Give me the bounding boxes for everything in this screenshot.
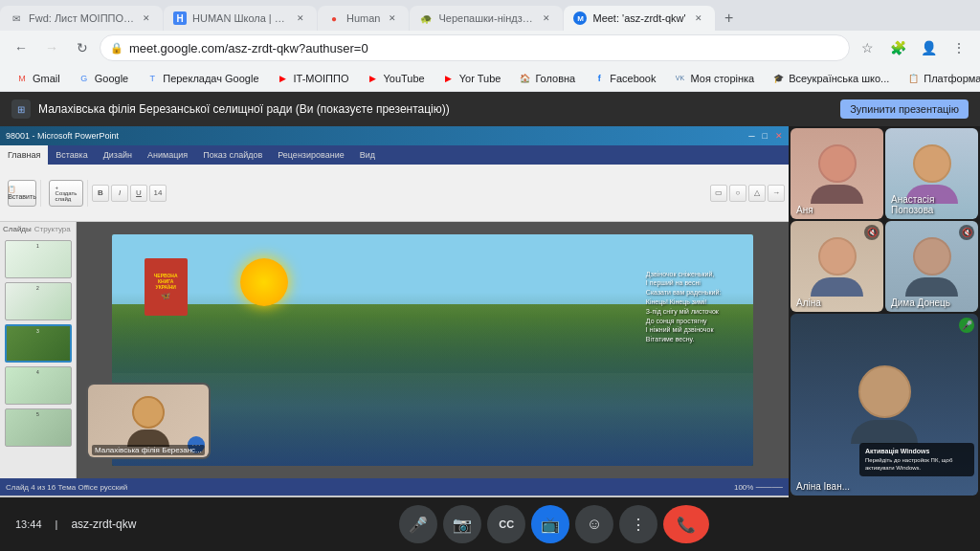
- reload-button[interactable]: ↻: [69, 34, 96, 61]
- bookmark-label-youtube: YouTube: [384, 73, 425, 84]
- italic-btn[interactable]: I: [111, 185, 128, 202]
- address-text: meet.google.com/asz-zrdt-qkw?authuser=0: [129, 41, 368, 55]
- underline-btn[interactable]: U: [130, 185, 147, 202]
- bold-btn[interactable]: B: [92, 185, 109, 202]
- pp-tab-home[interactable]: Главная: [0, 145, 48, 165]
- bookmark-google[interactable]: G Google: [70, 68, 136, 89]
- profile-button[interactable]: 👤: [915, 34, 942, 61]
- paste-btn[interactable]: 📋Вставить: [8, 180, 36, 207]
- pp-tab-review[interactable]: Рецензирование: [270, 145, 352, 165]
- camera-button[interactable]: 📷: [443, 505, 481, 543]
- activation-message: Перейдіть до настройок ПК, щоб активуват…: [865, 457, 969, 473]
- reactions-button[interactable]: ☺: [575, 505, 613, 543]
- bookmark-favicon-mypage: VK: [673, 72, 686, 85]
- present-button[interactable]: 📺: [531, 505, 569, 543]
- pp-tab-animation[interactable]: Анимация: [140, 145, 195, 165]
- shapes-group: ▭ ○ △ →: [710, 185, 785, 202]
- tab-close-2[interactable]: ✕: [294, 11, 307, 25]
- tab-close-3[interactable]: ✕: [386, 11, 399, 25]
- powerpoint-title-bar: 98001 - Microsoft PowerPoint ─ □ ✕: [0, 126, 789, 145]
- end-call-button[interactable]: 📞: [663, 505, 709, 543]
- new-slide-btn[interactable]: +Создатьслайд: [49, 180, 83, 207]
- tab-label-3: Human: [346, 12, 380, 24]
- bookmark-star[interactable]: ☆: [854, 34, 880, 61]
- tab-close-5[interactable]: ✕: [692, 11, 705, 25]
- slide-thumb-2[interactable]: 2: [5, 282, 72, 320]
- participant-dyma-head: [913, 237, 951, 276]
- shape-arrow[interactable]: →: [768, 185, 785, 202]
- bookmark-yortube[interactable]: ▶ Yor Tube: [434, 68, 509, 89]
- pp-close[interactable]: ✕: [775, 131, 783, 141]
- poem-line-2: І перший на весні: [646, 278, 722, 288]
- font-size[interactable]: 14: [149, 185, 167, 202]
- bookmark-itmoippo[interactable]: ▶ IT-МОІППО: [269, 68, 357, 89]
- activation-title: Активація Windows: [865, 447, 969, 455]
- slides-tab[interactable]: Слайды: [3, 225, 32, 233]
- shape-rect[interactable]: ▭: [710, 185, 727, 202]
- tab-4[interactable]: 🐢 Черепашки-ніндзя (3 сезон... ✕: [410, 6, 563, 31]
- more-options-button[interactable]: ⋮: [619, 505, 657, 543]
- participant-large: Активація Windows Перейдіть до настройок…: [791, 314, 978, 496]
- meet-time: 13:44: [15, 518, 42, 530]
- bookmark-facebook[interactable]: f Facebook: [585, 68, 663, 89]
- tab-favicon-4: 🐢: [419, 11, 433, 25]
- menu-button[interactable]: ⋮: [946, 34, 972, 61]
- participant-alina-body: [811, 277, 863, 297]
- structure-tab[interactable]: Структура: [34, 225, 71, 233]
- powerpoint-window: 98001 - Microsoft PowerPoint ─ □ ✕ Главн…: [0, 126, 789, 497]
- tab-5-active[interactable]: M Meet: 'asz-zrdt-qkw' ✕: [564, 6, 714, 31]
- pp-minimize[interactable]: ─: [748, 131, 754, 141]
- tab-1[interactable]: ✉ Fwd: Лист МОІППО від 06.03... ✕: [0, 6, 163, 31]
- tab-2[interactable]: H HUMAN Школа | HUMAN ✕: [164, 6, 317, 31]
- bookmark-label-home: Головна: [535, 73, 575, 84]
- bookmark-mypage[interactable]: VK Моя сторінка: [665, 68, 762, 89]
- tab-close-1[interactable]: ✕: [140, 11, 153, 25]
- bookmark-translate[interactable]: T Перекладач Google: [138, 68, 266, 89]
- address-bar[interactable]: 🔒 meet.google.com/asz-zrdt-qkw?authuser=…: [100, 34, 850, 61]
- poem-line-1: Дзвіночок сніженький,: [646, 270, 722, 279]
- tab-favicon-3: ●: [327, 11, 341, 25]
- pp-tab-view[interactable]: Вид: [352, 145, 383, 165]
- slide-thumb-5[interactable]: 5: [5, 408, 72, 447]
- slide-butterfly: 🦋: [161, 292, 170, 300]
- tab-close-4[interactable]: ✕: [540, 11, 553, 25]
- participant-anastasia: Анастасія Попозова: [885, 128, 978, 219]
- pp-tab-design[interactable]: Дизайн: [96, 145, 140, 165]
- participant-alina-mute: 🔇: [864, 225, 880, 240]
- back-button[interactable]: ←: [8, 34, 34, 61]
- bookmark-vseukr[interactable]: 🎓 Всеукраїнська шко...: [764, 68, 897, 89]
- poem-line-6: До сонця простягну: [646, 317, 722, 326]
- forward-button[interactable]: →: [38, 34, 65, 61]
- slide-book-title: ЧЕРВОНА КНИГА УКРАЇНИ: [147, 273, 185, 290]
- meet-grid-icon: ⊞: [11, 99, 31, 119]
- stop-presentation-button[interactable]: Зупинити презентацію: [840, 99, 969, 119]
- participant-dyma: Дима Донець 🔇: [885, 221, 978, 312]
- bookmark-home[interactable]: 🏠 Головна: [510, 68, 583, 89]
- tab-3[interactable]: ● Human ✕: [318, 6, 409, 31]
- participant-large-body: [851, 420, 918, 444]
- tab-add-button[interactable]: +: [716, 6, 743, 31]
- panel-tabs: Слайды Структура: [0, 222, 76, 236]
- shape-oval[interactable]: ○: [729, 185, 746, 202]
- captions-button[interactable]: CC: [487, 505, 525, 543]
- pp-maximize[interactable]: □: [763, 131, 768, 141]
- shape-tri[interactable]: △: [748, 185, 766, 202]
- slide-thumb-3[interactable]: 3: [5, 324, 72, 363]
- slide-thumb-1[interactable]: 1: [5, 240, 72, 278]
- poem-line-5: З-під снігу мій листочок: [646, 307, 722, 317]
- self-view-label: Малахівська філія Березанс...: [92, 445, 205, 455]
- bookmark-platform[interactable]: 📋 Платформа реєстр...: [899, 68, 980, 89]
- participants-row-1: Аня Анастасія Попозова: [791, 128, 978, 219]
- bookmark-gmail[interactable]: M Gmail: [8, 68, 68, 89]
- tab-bar: ✉ Fwd: Лист МОІППО від 06.03... ✕ H HUMA…: [0, 0, 980, 31]
- slides-panel: Слайды Структура 1 2 3 4: [0, 222, 77, 478]
- pp-tab-insert[interactable]: Вставка: [48, 145, 95, 165]
- tab-favicon-1: ✉: [10, 11, 23, 25]
- bookmark-youtube[interactable]: ▶ YouTube: [359, 68, 433, 89]
- extensions-button[interactable]: 🧩: [884, 34, 911, 61]
- mic-button[interactable]: 🎤: [399, 505, 437, 543]
- bookmark-label-mypage: Моя сторінка: [690, 73, 754, 84]
- pp-tab-bar: Главная Вставка Дизайн Анимация Показ сл…: [0, 145, 789, 165]
- pp-tab-slideshow[interactable]: Показ слайдов: [195, 145, 270, 165]
- slide-thumb-4[interactable]: 4: [5, 366, 72, 405]
